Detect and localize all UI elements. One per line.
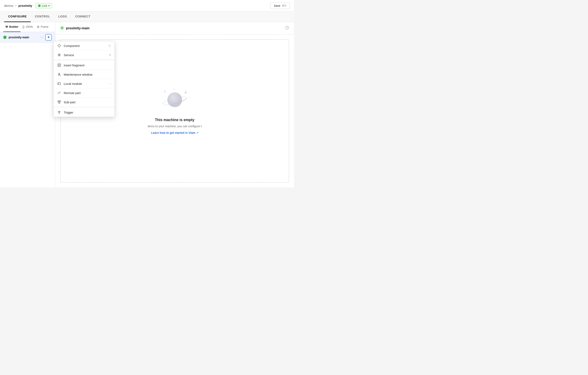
trigger-icon bbox=[57, 110, 61, 114]
empty-state-title: This machine is empty bbox=[155, 118, 194, 122]
svg-rect-20 bbox=[59, 101, 61, 102]
menu-item-insert-fragment[interactable]: Insert fragment bbox=[53, 61, 115, 70]
subtab-builder-label: Builder bbox=[9, 25, 19, 28]
live-chevron-icon: ▾ bbox=[48, 4, 50, 7]
subtab-frame-label: Frame bbox=[41, 25, 49, 28]
remote-part-icon bbox=[57, 91, 61, 95]
live-label: Live bbox=[42, 4, 47, 7]
plus-icon: + bbox=[48, 35, 50, 39]
menu-remote-part-label: Remote part bbox=[64, 91, 81, 95]
menu-component-shortcut: C bbox=[109, 44, 111, 47]
component-list: proximity-main ··· + bbox=[0, 32, 55, 43]
right-title: proximity-main bbox=[60, 26, 90, 31]
menu-trigger-label: Trigger bbox=[64, 111, 73, 114]
menu-insert-fragment-label: Insert fragment bbox=[64, 64, 84, 67]
menu-local-module-label: Local module bbox=[64, 82, 82, 86]
menu-item-sub-part[interactable]: Sub-part bbox=[53, 97, 115, 107]
menu-item-local-module[interactable]: Local module › bbox=[53, 79, 115, 88]
svg-line-29 bbox=[59, 112, 60, 113]
planet-illustration bbox=[158, 87, 191, 113]
svg-point-24 bbox=[58, 111, 59, 112]
breadcrumb: demos > proximity bbox=[4, 4, 32, 7]
menu-item-component[interactable]: Component C bbox=[53, 41, 115, 50]
add-component-button[interactable]: + bbox=[45, 34, 52, 41]
svg-line-13 bbox=[58, 65, 59, 66]
empty-state-subtitle: items to your machine, you can configure… bbox=[148, 125, 202, 128]
service-star-icon bbox=[57, 53, 61, 57]
component-item-left: proximity-main bbox=[3, 36, 29, 39]
local-module-icon bbox=[57, 82, 61, 86]
frame-icon: ⚙ bbox=[37, 25, 40, 29]
component-dots-menu[interactable]: ··· bbox=[39, 35, 44, 40]
menu-maintenance-label: Maintenance window bbox=[64, 73, 92, 76]
menu-sub-part-label: Sub-part bbox=[64, 100, 76, 104]
subtab-json[interactable]: {} JSON bbox=[21, 22, 35, 32]
breadcrumb-project[interactable]: proximity bbox=[19, 4, 32, 7]
menu-item-sub-part-left: Sub-part bbox=[57, 100, 76, 104]
svg-point-26 bbox=[59, 113, 60, 114]
menu-item-service-left: Service bbox=[57, 53, 74, 57]
svg-rect-21 bbox=[59, 102, 60, 104]
breadcrumb-separator: > bbox=[15, 4, 17, 7]
diamond-icon bbox=[57, 44, 61, 48]
menu-item-remote-part[interactable]: Remote part bbox=[53, 88, 115, 97]
top-bar: demos > proximity Live ▾ Save ⌘S bbox=[0, 0, 294, 11]
svg-rect-15 bbox=[58, 83, 61, 85]
save-button[interactable]: Save ⌘S bbox=[270, 2, 290, 9]
tab-control[interactable]: CONTROL bbox=[31, 11, 54, 22]
menu-service-label: Service bbox=[64, 53, 74, 57]
sub-tabs: ⚒ Builder {} JSON ⚙ Frame bbox=[0, 22, 55, 32]
menu-service-shortcut: S bbox=[109, 53, 111, 57]
subtab-json-label: JSON bbox=[26, 25, 33, 28]
menu-item-component-left: Component bbox=[57, 44, 80, 48]
component-name: proximity-main bbox=[9, 36, 29, 39]
menu-divider-2 bbox=[53, 107, 115, 107]
left-panel: ⚒ Builder {} JSON ⚙ Frame proximity-main bbox=[0, 22, 55, 188]
wifi-icon bbox=[60, 26, 64, 31]
nav-tabs: CONFIGURE CONTROL LOGS CONNECT bbox=[0, 11, 294, 22]
curly-braces-icon: {} bbox=[22, 25, 24, 29]
maintenance-icon bbox=[57, 72, 61, 76]
breadcrumb-parent[interactable]: demos bbox=[4, 4, 13, 7]
component-actions: ··· + bbox=[39, 34, 52, 41]
tab-logs[interactable]: LOGS bbox=[54, 11, 71, 22]
svg-line-11 bbox=[60, 65, 60, 66]
get-started-link[interactable]: Learn how to get started in Viam ↗ bbox=[151, 131, 198, 134]
svg-rect-8 bbox=[58, 64, 61, 67]
get-started-link-text: Learn how to get started in Viam bbox=[151, 131, 195, 134]
svg-line-12 bbox=[60, 64, 60, 65]
menu-item-maintenance-left: Maintenance window bbox=[57, 72, 92, 76]
svg-point-5 bbox=[167, 92, 182, 107]
tab-connect[interactable]: CONNECT bbox=[71, 11, 94, 22]
tab-configure[interactable]: CONFIGURE bbox=[4, 11, 31, 22]
live-dot-icon bbox=[38, 4, 41, 7]
svg-point-25 bbox=[59, 111, 60, 112]
menu-item-trigger[interactable]: Trigger bbox=[53, 108, 115, 117]
menu-local-module-arrow: › bbox=[110, 82, 111, 85]
menu-item-maintenance-window[interactable]: Maintenance window bbox=[53, 70, 115, 79]
live-badge[interactable]: Live ▾ bbox=[35, 3, 52, 9]
right-header: proximity-main bbox=[55, 22, 294, 34]
svg-line-14 bbox=[59, 75, 61, 76]
menu-item-service[interactable]: Service S bbox=[53, 50, 115, 60]
component-status-dot bbox=[3, 36, 7, 39]
save-label: Save bbox=[274, 4, 280, 7]
wrench-icon: ⚒ bbox=[5, 25, 8, 29]
history-icon[interactable] bbox=[285, 26, 289, 31]
right-panel-title: proximity-main bbox=[66, 26, 90, 30]
sub-part-icon bbox=[57, 100, 61, 104]
menu-divider-1 bbox=[53, 60, 115, 60]
menu-item-remote-part-left: Remote part bbox=[57, 91, 81, 95]
svg-line-28 bbox=[59, 112, 59, 113]
subtab-frame[interactable]: ⚙ Frame bbox=[35, 22, 51, 32]
subtab-builder[interactable]: ⚒ Builder bbox=[3, 22, 21, 32]
component-item-proximity-main[interactable]: proximity-main ··· + bbox=[0, 32, 55, 43]
menu-component-label: Component bbox=[64, 44, 80, 48]
main-content: ⚒ Builder {} JSON ⚙ Frame proximity-main bbox=[0, 22, 294, 188]
svg-rect-19 bbox=[58, 101, 59, 102]
save-shortcut: ⌘S bbox=[282, 4, 286, 7]
menu-item-local-module-left: Local module bbox=[57, 82, 82, 86]
svg-point-18 bbox=[59, 93, 60, 93]
menu-item-insert-fragment-left: Insert fragment bbox=[57, 63, 84, 67]
svg-line-10 bbox=[58, 64, 59, 65]
